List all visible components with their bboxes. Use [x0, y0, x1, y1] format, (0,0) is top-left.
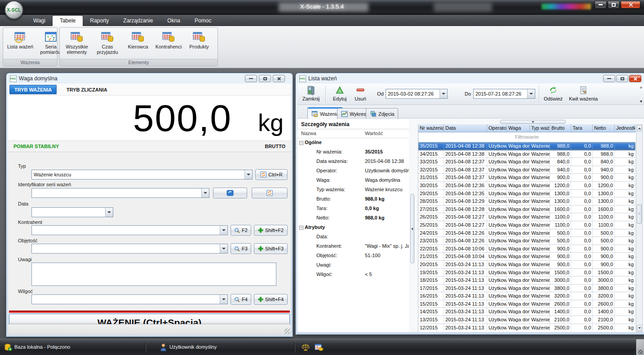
- edytuj-button[interactable]: Edytuj: [328, 84, 351, 104]
- list-minimize-button[interactable]: [603, 75, 615, 82]
- table-row[interactable]: 18/20152015-03-24 11:13Użytkownik domyśl…: [418, 276, 635, 285]
- grid-column-header-0[interactable]: Nr ważenia: [418, 124, 444, 132]
- filter-collapse-handle[interactable]: [500, 120, 566, 124]
- scroll-down-button[interactable]: [637, 325, 642, 331]
- window-resize-grip[interactable]: [636, 339, 644, 355]
- table-row[interactable]: 20/20152015-03-24 11:13Użytkownik domyśl…: [418, 261, 635, 269]
- scroll-up-button[interactable]: [637, 125, 642, 131]
- objetosc-add-button[interactable]: Shift+F3: [254, 243, 288, 254]
- weighings-table-icon[interactable]: [315, 343, 324, 351]
- table-row[interactable]: 23/20152015-04-08 12:26Użytkownik domyśl…: [418, 237, 635, 245]
- seria-reload-button[interactable]: [213, 188, 247, 198]
- grid-column-header-2[interactable]: Operator: [487, 124, 507, 132]
- kontrahent-find-button[interactable]: F2: [231, 225, 251, 236]
- details-group-atrybuty[interactable]: −Atrybuty: [298, 223, 409, 232]
- tab-tryb-wazenia[interactable]: TRYB WAŻENIA: [9, 85, 57, 94]
- details-item[interactable]: Waga:Waga domyślna: [298, 176, 409, 185]
- do-date-picker[interactable]: 2015-07-21 08:27:26: [473, 89, 535, 99]
- objetosc-find-button[interactable]: F3: [231, 243, 251, 254]
- details-item[interactable]: Nr ważenia:35/2015: [298, 148, 409, 157]
- table-row[interactable]: 25/20152015-04-08 12:27Użytkownik domyśl…: [418, 221, 635, 229]
- scale-close-button[interactable]: [273, 75, 285, 82]
- tab-zdjecia[interactable]: Zdjęcia: [366, 108, 398, 119]
- kontrahent-combobox[interactable]: [31, 225, 228, 235]
- kontrahent-add-button[interactable]: Shift+F2: [254, 225, 288, 236]
- seria-refresh-button[interactable]: [252, 188, 288, 198]
- wilgoc-combobox[interactable]: [31, 294, 228, 304]
- dropdown-arrow-icon[interactable]: [527, 89, 535, 98]
- table-row[interactable]: 13/20152015-03-24 11:13Użytkownik domyśl…: [418, 316, 635, 324]
- details-item[interactable]: Objętość:51-100: [298, 251, 409, 261]
- data-combobox[interactable]: [31, 207, 113, 217]
- collapse-minus-icon[interactable]: −: [299, 226, 303, 230]
- details-item[interactable]: Wilgoć:< 5: [298, 270, 409, 280]
- ribbon-button-kierowca[interactable]: Kierowca: [124, 30, 152, 59]
- table-row[interactable]: 32/20152015-04-08 12:37Użytkownik domyśl…: [418, 166, 635, 174]
- menu-tab-tabele[interactable]: Tabele: [53, 16, 83, 26]
- table-row[interactable]: 35/20152015-04-08 12:38Użytkownik domyśl…: [418, 142, 635, 150]
- list-close-button[interactable]: [629, 75, 641, 82]
- menu-tab-wagi[interactable]: Wagi: [26, 16, 53, 26]
- scale-minimize-button[interactable]: [245, 75, 257, 82]
- menu-tab-raporty[interactable]: Raporty: [83, 16, 116, 26]
- grid-column-header-7[interactable]: Netto: [593, 124, 615, 132]
- seria-combobox[interactable]: [31, 188, 209, 198]
- table-row[interactable]: 15/20152015-03-24 11:13Użytkownik domyśl…: [418, 300, 635, 308]
- details-item[interactable]: Tara:0,0 kg: [298, 204, 409, 214]
- table-row[interactable]: 21/20152015-04-08 10:04Użytkownik domyśl…: [418, 253, 635, 261]
- grid-column-header-5[interactable]: Brutto: [550, 124, 571, 132]
- grid-vertical-scrollbar[interactable]: [636, 124, 643, 332]
- details-item[interactable]: Netto:988,0 kg: [298, 214, 409, 223]
- details-item[interactable]: Operator:Użytkownik domyślny: [298, 167, 409, 176]
- grid-column-header-4[interactable]: Typ ważenia: [530, 124, 550, 132]
- dropdown-arrow-icon[interactable]: [105, 208, 113, 217]
- maximize-button[interactable]: [608, 1, 620, 9]
- typ-refresh-button[interactable]: Ctrl+R: [255, 169, 288, 180]
- ribbon-button-kontrahenci[interactable]: Kontrahenci: [154, 30, 183, 59]
- menu-tab-zarządzanie[interactable]: Zarządzanie: [116, 16, 160, 26]
- list-window-titlebar[interactable]: XSCL Lista ważeń: [296, 73, 644, 84]
- zamknij-button[interactable]: Zamknij: [299, 84, 323, 104]
- table-row[interactable]: 12/20152015-03-24 11:13Użytkownik domyśl…: [418, 324, 635, 331]
- details-item[interactable]: Data:: [298, 232, 409, 242]
- resize-grip[interactable]: [284, 329, 290, 334]
- table-row[interactable]: 27/20152015-04-08 12:28Użytkownik domyśl…: [418, 206, 635, 214]
- grid-column-header-8[interactable]: Jednostka: [615, 124, 635, 132]
- typ-combobox[interactable]: Ważenie kruszcu: [31, 170, 253, 180]
- dropdown-arrow-icon[interactable]: [440, 89, 447, 98]
- close-button[interactable]: [621, 1, 640, 9]
- kwit-wazenia-button[interactable]: Kwit ważenia: [567, 84, 600, 104]
- details-item[interactable]: Uwagi:: [298, 261, 409, 270]
- dropdown-arrow-icon[interactable]: [201, 188, 209, 197]
- table-row[interactable]: 31/20152015-04-08 12:37Użytkownik domyśl…: [418, 174, 635, 182]
- table-row[interactable]: 14/20152015-03-24 11:13Użytkownik domyśl…: [418, 308, 635, 316]
- details-item[interactable]: Kontrahent:"Wagi - Mix" sp. j. Ja…: [298, 242, 409, 251]
- details-item[interactable]: Brutto:988,0 kg: [298, 195, 409, 204]
- ribbon-button-czas-przyjazdu[interactable]: Czas przyjazdu: [93, 30, 122, 59]
- table-row[interactable]: 24/20152015-04-08 12:26Użytkownik domyśl…: [418, 229, 635, 237]
- table-row[interactable]: 34/20152015-04-08 12:38Użytkownik domyśl…: [418, 150, 635, 158]
- table-row[interactable]: 30/20152015-04-08 12:36Użytkownik domyśl…: [418, 182, 635, 190]
- dropdown-arrow-icon[interactable]: [220, 244, 227, 253]
- ribbon-button-wszystkie-elementy[interactable]: Wszystkie elementy: [62, 30, 91, 59]
- menu-tab-pomoc[interactable]: Pomoc: [187, 16, 218, 26]
- scroll-thumb[interactable]: [637, 205, 642, 224]
- wilgoc-find-button[interactable]: F4: [231, 294, 251, 305]
- grid-column-header-6[interactable]: Tara: [571, 124, 593, 132]
- wilgoc-add-button[interactable]: Shift+F4: [254, 294, 288, 305]
- objetosc-combobox[interactable]: [31, 244, 228, 254]
- tab-tryb-zliczania[interactable]: TRYB ZLICZANIA: [62, 85, 112, 94]
- details-item[interactable]: Data ważenia:2015-04-08 12:38: [298, 157, 409, 167]
- grid-filter-row[interactable]: Filtrowanie: [418, 132, 635, 142]
- app-logo[interactable]: X-SCL: [4, 0, 23, 19]
- grid-column-header-1[interactable]: Data: [444, 124, 487, 132]
- dropdown-arrow-icon[interactable]: [220, 226, 227, 235]
- table-row[interactable]: 26/20152015-04-08 12:27Użytkownik domyśl…: [418, 213, 635, 221]
- balance-scale-icon[interactable]: [301, 343, 310, 352]
- table-row[interactable]: 17/20152015-03-24 11:13Użytkownik domyśl…: [418, 285, 635, 293]
- details-item[interactable]: Typ ważenia:Ważenie kruszcu: [298, 185, 409, 195]
- table-row[interactable]: 28/20152015-04-08 12:29Użytkownik domyśl…: [418, 197, 635, 206]
- details-splitter-handle[interactable]: [410, 194, 414, 263]
- ribbon-button-produkty[interactable]: Produkty: [185, 30, 213, 59]
- toolbar-options-arrow-icon[interactable]: ▾: [640, 99, 642, 104]
